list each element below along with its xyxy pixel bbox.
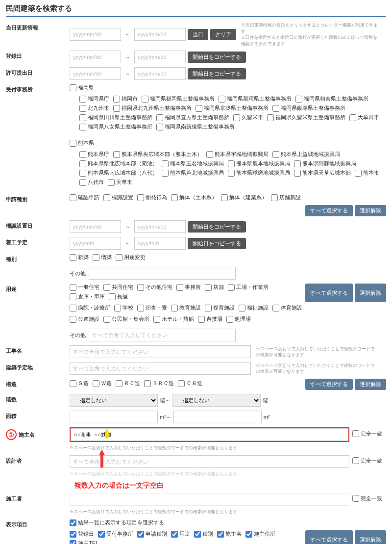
cb-kumamoto-items-12[interactable]: 熊本市	[355, 169, 379, 177]
copy-start-button[interactable]: 開始日をコピーする	[188, 52, 246, 63]
cb-fukuoka-items-0[interactable]: 福岡県庁	[79, 95, 109, 103]
contractor-input[interactable]	[70, 493, 349, 506]
copy-start-button-2[interactable]: 開始日をコピーする	[188, 68, 246, 79]
cb-kumamoto-items-4[interactable]: 熊本県県北広域本部（菊池）	[79, 160, 158, 167]
cb-uses-row1-4[interactable]: 店舗	[205, 284, 224, 291]
owner-input[interactable]	[71, 428, 348, 441]
deselect-button-4[interactable]: 選択解除	[355, 530, 386, 544]
cb-uses-row2-4[interactable]: 保育施設	[205, 304, 235, 311]
cb-fukuoka-items-14[interactable]: 福岡県八女県土整備事務所	[79, 123, 152, 130]
cb-uses-row3-1[interactable]: 公民館・集会所	[103, 315, 149, 323]
cb-kinds-1[interactable]: 増築	[93, 254, 112, 261]
floor-to-select[interactable]: -- 指定しない --	[172, 394, 261, 407]
cb-uses-row1-5[interactable]: 工場・作業所	[228, 284, 269, 291]
cb-structures-2[interactable]: ＲＣ造	[116, 380, 140, 387]
cb-fukuoka-items-8[interactable]: 福岡県飯塚県土整備事務所	[272, 104, 345, 112]
start-date-from[interactable]	[70, 237, 121, 250]
cb-kumamoto-items-2[interactable]: 熊本県宇城地域振興局	[206, 151, 269, 158]
select-all-button[interactable]: すべて選択する	[305, 205, 353, 216]
cb-display-row1-4[interactable]: 種別	[194, 530, 213, 538]
cb-contractor-exact[interactable]: 完全一致	[352, 495, 382, 502]
cb-app-types-5[interactable]: 店舗新設	[271, 194, 301, 201]
cb-display-row1-1[interactable]: 受付事務所	[98, 530, 133, 538]
cb-kinds-0[interactable]: 新築	[70, 254, 89, 261]
build-loc-input[interactable]	[70, 362, 251, 375]
cb-owner-exact[interactable]: 完全一致	[352, 430, 382, 438]
cb-kumamoto-items-8[interactable]: 熊本県県南広域本部（八代）	[79, 169, 158, 177]
cb-kumamoto-items-11[interactable]: 熊本県天草広域本部	[294, 169, 351, 177]
cb-kumamoto-items-0[interactable]: 熊本県庁	[79, 151, 109, 158]
clear-button[interactable]: クリア	[210, 29, 236, 40]
cb-fukuoka-items-1[interactable]: 福岡市	[113, 95, 138, 103]
cb-kumamoto-items-9[interactable]: 熊本県芦北地域振興局	[162, 169, 224, 177]
update-date-to[interactable]	[134, 28, 186, 41]
cb-fukuoka-items-12[interactable]: 福岡県久留米県土整備事務所	[267, 114, 345, 121]
cb-display-row1-5[interactable]: 施主名	[217, 530, 242, 538]
select-all-button-2[interactable]: すべて選択する	[305, 284, 353, 302]
copy-start-button-4[interactable]: 開始日をコピーする	[188, 238, 246, 249]
cb-structures-4[interactable]: ＣＢ造	[178, 380, 202, 387]
cb-kumamoto-items-13[interactable]: 八代市	[79, 179, 104, 186]
cb-uses-row2-3[interactable]: 教育施設	[171, 304, 201, 311]
designer-input[interactable]	[70, 455, 349, 468]
cb-uses-row3-4[interactable]: 処理場	[226, 315, 251, 323]
cb-display-row1-7[interactable]: 施主TEL	[70, 540, 98, 544]
start-date-to[interactable]	[134, 237, 186, 250]
reg-date-from[interactable]	[70, 51, 121, 63]
copy-start-button-3[interactable]: 開始日をコピーする	[188, 221, 246, 233]
cb-kinds-2[interactable]: 用途変更	[116, 254, 146, 261]
cb-fukuoka-items-4[interactable]: 福岡県朝倉県土整備事務所	[295, 95, 368, 103]
permit-date-from[interactable]	[70, 67, 121, 80]
cb-uses-row1-2[interactable]: その他住宅	[137, 284, 172, 291]
cb-kumamoto-items-5[interactable]: 熊本県玉名地域振興局	[162, 160, 224, 167]
use-other-input[interactable]	[89, 329, 236, 341]
cb-fukuoka-parent[interactable]: 福岡県	[70, 84, 94, 91]
cb-fukuoka-items-2[interactable]: 福岡県福岡県土整備事務所	[142, 95, 215, 103]
cb-kumamoto-items-6[interactable]: 熊本県鹿本地域振興局	[228, 160, 290, 167]
cb-kumamoto-items-14[interactable]: 天草市	[108, 179, 132, 186]
cb-app-types-3[interactable]: 解体（土木系）	[171, 194, 217, 201]
cb-structures-0[interactable]: Ｓ造	[70, 380, 89, 387]
cb-uses-row2-6[interactable]: 体育施設	[272, 304, 302, 311]
cb-uses-row3-3[interactable]: 遊技場	[198, 315, 222, 323]
cb-uses-row3-0[interactable]: 公衆施設	[70, 315, 99, 323]
cb-fukuoka-items-6[interactable]: 福岡県北九州県土整備事務所	[113, 104, 192, 112]
select-all-button-3[interactable]: すべて選択する	[305, 379, 353, 390]
cb-display-row1-6[interactable]: 施主住所	[245, 530, 275, 538]
cb-app-types-0[interactable]: 確認申請	[70, 194, 99, 201]
select-all-button-4[interactable]: すべて選択する	[305, 530, 353, 544]
today-button[interactable]: 当日	[188, 29, 208, 40]
cb-fukuoka-items-11[interactable]: 久留米市	[233, 114, 263, 121]
cb-display-row1-3[interactable]: 用途	[171, 530, 190, 538]
cb-designer-exact[interactable]: 完全一致	[352, 457, 382, 465]
deselect-button[interactable]: 選択解除	[355, 205, 386, 216]
cb-uses-row1-3[interactable]: 事務所	[176, 284, 201, 291]
cb-fukuoka-items-13[interactable]: 大牟田市	[349, 114, 379, 121]
cb-display-row1-0[interactable]: 登録日	[70, 530, 94, 538]
cb-uses-row2-0[interactable]: 病院・診療所	[70, 304, 110, 311]
permit-date-to[interactable]	[134, 67, 186, 80]
cb-uses-row2-1[interactable]: 学校	[114, 304, 133, 311]
cb-kumamoto-items-1[interactable]: 熊本県県央広域本部（熊本土木）	[113, 151, 202, 158]
cb-uses-row1-1[interactable]: 共同住宅	[103, 284, 133, 291]
kind-other-input[interactable]	[89, 267, 236, 280]
cb-uses-row1-0[interactable]: 一般住宅	[70, 284, 99, 291]
cb-fukuoka-items-7[interactable]: 福岡県京築県土整備事務所	[196, 104, 269, 112]
area-to-input[interactable]	[173, 411, 262, 423]
cb-uses-row1-6[interactable]: 倉庫・車庫	[70, 293, 105, 300]
reg-date-to[interactable]	[134, 51, 186, 63]
cb-fukuoka-items-15[interactable]: 福岡県南筑後県土整備事務所	[156, 123, 235, 130]
cb-app-types-4[interactable]: 解体（建築系）	[221, 194, 267, 201]
cb-uses-row2-5[interactable]: 福祉施設	[239, 304, 269, 311]
cb-structures-3[interactable]: ＳＲＣ造	[144, 380, 174, 387]
cb-fukuoka-items-9[interactable]: 福岡県田川県土整備事務所	[79, 114, 152, 121]
floor-from-select[interactable]: -- 指定しない --	[70, 394, 158, 407]
cb-kumamoto-items-7[interactable]: 熊本県阿蘇地域振興局	[294, 160, 356, 167]
cb-app-types-1[interactable]: 標識設置	[103, 194, 133, 201]
cb-app-types-2[interactable]: 開発行為	[137, 194, 167, 201]
cb-fukuoka-items-5[interactable]: 北九州市	[79, 104, 109, 112]
cb-structures-1[interactable]: Ｗ造	[93, 380, 112, 387]
update-date-from[interactable]	[70, 28, 121, 41]
cb-uses-row3-2[interactable]: ホテル・旅館	[153, 315, 194, 323]
cb-fukuoka-items-10[interactable]: 福岡県直方県土整備事務所	[156, 114, 229, 121]
